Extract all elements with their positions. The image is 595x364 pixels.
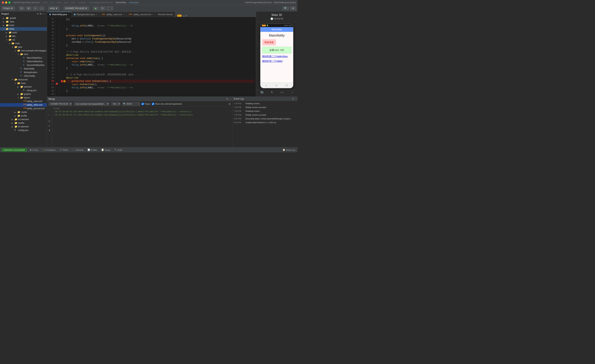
tree-item-ability-main[interactable]: XML ability_main.xml	[0, 99, 47, 103]
sidebar-sync-icon[interactable]: ⟳	[37, 13, 39, 15]
hilog-align-icon[interactable]: ≡	[48, 124, 51, 128]
tree-item-slice[interactable]: ▼ 📂 slice	[0, 52, 47, 56]
status-tab-build[interactable]: 🔨 Build	[113, 147, 123, 153]
tree-item-java[interactable]: ▼ 📂 java	[0, 45, 47, 49]
tree-item-zh-element[interactable]: ▶ 📁 zh.element	[0, 125, 47, 128]
hilog-device-select[interactable]: HUAWEI TAS-AL00	[49, 102, 72, 106]
code-content[interactable]: }); HiLog.info(LABEL, format: "==MainAbi…	[59, 17, 256, 97]
event-log-content[interactable]: 7:58 PM Rotating screen... 7:58 PM Rotat…	[232, 101, 298, 147]
traffic-light-close[interactable]	[2, 1, 4, 4]
tree-item-myapp[interactable]: C MyApplication	[0, 70, 47, 74]
status-tab-terminal[interactable]: ⬛ Terminal	[71, 147, 85, 153]
hilog-regex-input[interactable]	[142, 103, 144, 105]
event-log-close-icon[interactable]: −	[295, 98, 296, 100]
project-button[interactable]: Project ▼	[1, 6, 15, 10]
hilog-clear-icon[interactable]: ×	[138, 103, 139, 105]
tab-myapp[interactable]: MyApplication.java ×	[72, 12, 99, 17]
tree-item-main-slice[interactable]: C MainAbilitySlice	[0, 56, 47, 60]
tree-item-rawfile[interactable]: ▶ 📁 rawfile	[0, 121, 47, 125]
event-log-settings-icon[interactable]: ⚙	[292, 98, 294, 100]
hilog-level-select[interactable]: Info	[111, 102, 120, 106]
phone-back-icon[interactable]: ⟵	[281, 91, 284, 94]
device-button[interactable]: HUAWEI TAS-AL00 ▼	[63, 6, 89, 10]
tree-item-element[interactable]: ▶ 📁 element	[0, 85, 47, 89]
entry-button[interactable]: entry ▼	[48, 6, 60, 10]
hilog-up-icon[interactable]: ↑	[48, 107, 51, 112]
tree-item-src[interactable]: ▼ 📂 src	[0, 38, 47, 42]
tree-item-ability-second[interactable]: XML ability_second.xml	[0, 107, 47, 110]
tree-item-gradle[interactable]: ▶ 📁 .gradle	[0, 16, 47, 20]
settings-button[interactable]: ⚙	[26, 6, 32, 10]
tab-ability-second-xml[interactable]: XML ability_second.xml ×	[127, 12, 156, 17]
reload-button[interactable]: ↻	[100, 6, 106, 10]
hilog-clear-all-icon[interactable]: 🗑	[228, 103, 231, 105]
hilog-show-only-input[interactable]	[152, 103, 154, 105]
tree-item-build[interactable]: ▶ 📁 build	[0, 31, 47, 34]
tree-item-idea[interactable]: ▶ 📁 .idea	[0, 20, 47, 23]
tree-item-config-json[interactable]: {} config.json	[0, 128, 47, 132]
hilog-show-only-checkbox[interactable]: Show only selected application	[152, 103, 182, 105]
traffic-light-maximize[interactable]	[8, 1, 10, 4]
tree-item-media[interactable]: ▶ 📁 media	[0, 110, 47, 114]
tree-item-en-element[interactable]: ▶ 📁 en.element	[0, 118, 47, 121]
tab-main-ability[interactable]: MainAbility.java ×	[47, 12, 72, 17]
tree-item-string-json[interactable]: {} string.json	[0, 89, 47, 92]
phone-btn1[interactable]: 加血加血	[262, 39, 276, 45]
status-tab-event-log[interactable]: 📋 Event Log	[282, 147, 296, 153]
phone-nav-recent[interactable]: □	[286, 84, 288, 87]
status-tab-problems[interactable]: ⚠ 6: Problems	[42, 147, 57, 153]
tree-item-other-ability[interactable]: C OtherAbility	[0, 74, 47, 78]
warning-up[interactable]: ▲	[183, 15, 185, 17]
hilog-search-input[interactable]	[127, 103, 137, 105]
tree-item-graphic[interactable]: ▶ 📁 graphic	[0, 92, 47, 96]
tree-item-main-ability[interactable]: C MainAbility	[0, 67, 47, 70]
hilog-wrap-icon[interactable]: ⇌	[48, 119, 51, 123]
tab-close-main[interactable]: ×	[68, 13, 69, 15]
tree-item-main[interactable]: ▼ 📂 main	[0, 42, 47, 45]
tree-item-com[interactable]: ▼ 📂 com.example.hanrupagea...	[0, 49, 47, 52]
hilog-app-select[interactable]: com.example.hanrupageabilityli...	[74, 102, 109, 106]
phone-link1[interactable]: 跳转到第二个AbilitySlice	[262, 55, 291, 58]
tab-remote-device[interactable]: Remote Device	[156, 12, 175, 17]
settings-gear-button[interactable]: ⚙	[290, 6, 296, 10]
hilog-regex-checkbox[interactable]: Regex	[142, 103, 150, 105]
hilog-log-area[interactable]: hilog ↓ 06-25 20:03:33.150 9044-9044/com…	[52, 107, 232, 147]
run-button[interactable]: ▶	[93, 6, 99, 10]
tree-item-libs[interactable]: ▶ 📁 libs	[0, 34, 47, 38]
tree-item-entry[interactable]: ▼ 📂 entry	[0, 27, 47, 31]
sync-button[interactable]: ⟳	[19, 6, 25, 10]
minus-button[interactable]: −	[39, 6, 44, 10]
sidebar-minus-icon[interactable]: −	[44, 13, 45, 15]
phone-home-icon[interactable]: ○	[291, 91, 293, 94]
tab-close-xml[interactable]: ×	[123, 13, 124, 15]
phone-link2[interactable]: 跳转到另一个Ability	[262, 60, 291, 63]
phone-rotate-icon[interactable]: ↻	[271, 91, 273, 94]
tree-item-ability-other[interactable]: XML ability_other.xml	[0, 103, 47, 107]
hilog-close-icon[interactable]: −	[229, 98, 231, 100]
phone-nav-home[interactable]: ○	[276, 84, 277, 87]
status-tab-profiler[interactable]: 📊 Profiler	[86, 147, 98, 153]
phone-nav-back[interactable]: ‹	[266, 84, 267, 87]
hilog-settings-icon[interactable]: ⚙	[226, 98, 228, 100]
status-tab-run[interactable]: ▶ 4: Run	[29, 147, 39, 153]
tree-item-build-root[interactable]: ▶ 📁 build	[0, 23, 47, 27]
stop-button[interactable]: ⬛	[106, 6, 113, 10]
tree-item-layout[interactable]: ▼ 📂 layout	[0, 96, 47, 99]
traffic-light-minimize[interactable]	[5, 1, 7, 4]
tree-item-base[interactable]: ▼ 📂 base	[0, 81, 47, 85]
hilog-export-icon[interactable]: ⬆	[48, 128, 51, 133]
tree-item-second-slice[interactable]: C SecondAbilitySlice	[0, 63, 47, 67]
tree-item-profile[interactable]: ▶ 📁 profile	[0, 114, 47, 118]
tree-item-resources[interactable]: ▼ 📂 resources	[0, 78, 47, 81]
tab-close-myapp[interactable]: ×	[96, 13, 97, 15]
add-button[interactable]: +	[33, 6, 38, 10]
sidebar-add-icon[interactable]: +	[42, 13, 43, 15]
sidebar-cog-icon[interactable]: ⚙	[39, 13, 42, 15]
phone-screenshot-icon[interactable]: 📷	[260, 91, 263, 94]
tab-ability-main-xml[interactable]: XML ability_main.xml ×	[99, 12, 126, 17]
search-button[interactable]: 🔍	[282, 6, 289, 10]
status-tab-hilog[interactable]: 📝 HiLog	[100, 147, 111, 153]
tab-close-second-xml[interactable]: ×	[152, 13, 153, 15]
warning-down[interactable]: ▼	[185, 15, 187, 17]
status-tab-todo[interactable]: ☑ TODO	[59, 147, 69, 153]
